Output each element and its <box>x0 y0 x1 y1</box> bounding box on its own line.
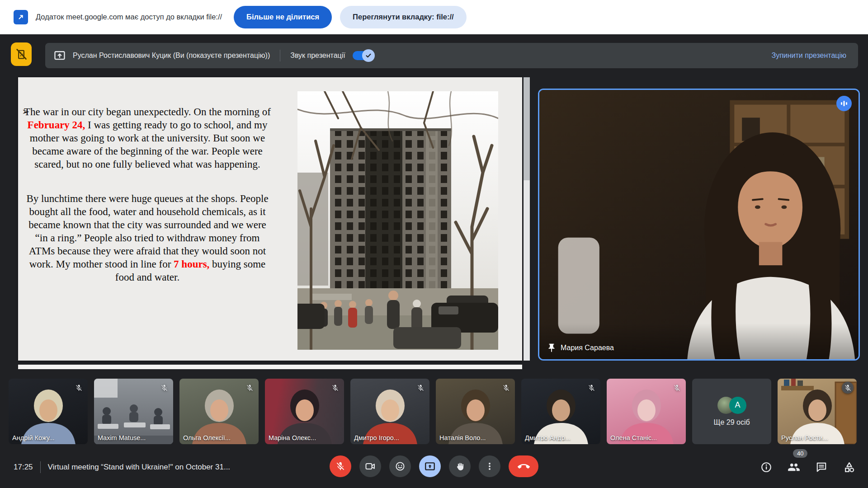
slide-paragraph-2: By lunchtime there were huge queues at t… <box>24 192 271 284</box>
participant-name: Дмитро Ігоро... <box>354 434 418 441</box>
participant-name: Дмитро Андр... <box>525 434 589 441</box>
participant-tile[interactable]: Руслан Рости... <box>778 379 857 444</box>
chat-button[interactable] <box>815 461 828 474</box>
meeting-title: Virtual meeting “Stand with Ukraine!" on… <box>48 463 231 472</box>
mic-off-icon <box>329 382 341 394</box>
mic-off-icon <box>671 382 683 394</box>
raise-hand-button[interactable] <box>449 455 471 477</box>
pin-icon <box>547 343 557 353</box>
participant-tile[interactable]: Дмитро Ігоро... <box>350 379 429 444</box>
chat-icon <box>816 461 827 473</box>
mic-off-icon <box>73 382 85 394</box>
reactions-button[interactable] <box>389 455 411 477</box>
present-screen-icon <box>53 49 66 62</box>
avatar: A <box>729 397 746 414</box>
mic-off-icon <box>415 382 426 394</box>
mic-off-icon <box>335 461 345 471</box>
mic-off-icon <box>842 382 854 394</box>
hand-icon <box>455 461 465 472</box>
view-tab-button[interactable]: Переглянути вкладку: file:// <box>340 6 467 28</box>
participant-tile[interactable]: Ольга Олексії... <box>179 379 259 444</box>
chrome-share-infobar: Додаток meet.google.com має доступ до вк… <box>0 0 868 34</box>
participant-tile[interactable]: Маріна Олекс... <box>265 379 344 444</box>
audio-level-indicator <box>836 96 852 111</box>
divider <box>40 461 41 473</box>
slide-highlight-date: February 24, <box>28 119 85 131</box>
avatar-stack: A <box>717 397 746 414</box>
overflow-participants-tile[interactable]: A Ще 29 осіб <box>692 379 771 444</box>
mic-off-icon <box>244 382 255 394</box>
camera-icon <box>365 461 376 472</box>
meeting-panels: 40 <box>760 455 855 480</box>
slide-text: The war in our city began unexpectedly. … <box>24 105 271 284</box>
presentation-slide[interactable]: ➢ The war in our city began unexpectedly… <box>18 77 522 361</box>
clock: 17:25 <box>14 463 33 472</box>
next-slide-preview <box>18 365 522 369</box>
participant-tile[interactable]: Maxim Matuse... <box>94 379 173 444</box>
participant-name: Олена Станіс... <box>610 434 674 441</box>
present-screen-icon <box>424 460 436 472</box>
bottom-control-bar: 17:25 Virtual meeting “Stand with Ukrain… <box>0 452 868 488</box>
participants-button[interactable]: 40 <box>788 461 800 474</box>
emoji-icon <box>395 461 406 472</box>
share-message: Додаток meet.google.com має доступ до вк… <box>36 13 222 21</box>
main-participant-name: Мария Сараева <box>561 344 614 352</box>
participant-tile[interactable]: Наталія Воло... <box>436 379 515 444</box>
leave-call-button[interactable] <box>509 455 538 477</box>
divider <box>280 50 280 61</box>
info-icon <box>760 461 772 473</box>
pinned-name-row: Мария Сараева <box>547 343 614 353</box>
more-options-button[interactable] <box>479 455 500 477</box>
main-video-tile[interactable]: Мария Сараева <box>538 89 860 361</box>
toggle-knob <box>362 49 375 62</box>
warning-badge[interactable] <box>11 42 32 66</box>
activities-button[interactable] <box>843 461 855 474</box>
google-meet-window: Додаток meet.google.com має доступ до вк… <box>0 0 868 488</box>
camera-button[interactable] <box>359 455 381 477</box>
meeting-info: 17:25 Virtual meeting “Stand with Ukrain… <box>14 455 230 480</box>
sound-bars-icon <box>840 99 849 108</box>
scrollbar-thumb[interactable] <box>524 77 530 180</box>
mic-mute-button[interactable] <box>330 455 351 477</box>
participant-name: Ольга Олексії... <box>183 434 247 441</box>
mic-off-icon <box>158 382 170 394</box>
slide-paragraph-1: The war in our city began unexpectedly. … <box>24 105 271 171</box>
participants-count-badge: 40 <box>793 449 807 458</box>
mic-off-icon <box>500 382 512 394</box>
people-icon <box>788 461 800 474</box>
call-end-icon <box>518 460 530 473</box>
presentation-audio-label: Звук презентації <box>290 52 345 60</box>
present-button[interactable] <box>419 455 441 477</box>
participant-name: Руслан Рости... <box>781 434 845 441</box>
slide-scrollbar[interactable] <box>524 77 530 361</box>
participant-name: Maxim Matuse... <box>98 434 161 441</box>
screen-share-icon <box>14 10 28 24</box>
mic-off-icon <box>585 382 597 394</box>
activities-shapes-icon <box>843 461 855 474</box>
participant-name: Маріна Олекс... <box>269 434 332 441</box>
check-icon <box>365 52 372 59</box>
slide-highlight-hours: 7 hours, <box>174 258 209 270</box>
meeting-details-button[interactable] <box>760 461 773 474</box>
participant-name: Андрій Кожу... <box>12 434 76 441</box>
participant-tile[interactable]: Дмитро Андр... <box>521 379 600 444</box>
participant-tile[interactable]: Андрій Кожу... <box>9 379 88 444</box>
presentation-audio-toggle[interactable] <box>353 51 373 60</box>
building-off-icon <box>15 48 28 61</box>
more-vert-icon <box>485 461 495 471</box>
slide-photo-destroyed-building <box>297 91 498 350</box>
presenter-name: Руслан Ростиславович Куцик (Ви (показуєт… <box>73 52 270 60</box>
participant-tile[interactable]: Олена Станіс... <box>607 379 686 444</box>
participant-filmstrip: Андрій Кожу... Maxim Matuse... <box>9 379 857 444</box>
participant-video <box>539 90 859 359</box>
call-controls <box>330 455 538 477</box>
more-participants-label: Ще 29 осіб <box>713 418 750 427</box>
presentation-header-bar: Руслан Ростиславович Куцик (Ви (показуєт… <box>45 43 858 68</box>
participant-name: Наталія Воло... <box>439 434 503 441</box>
stop-presentation-button[interactable]: Зупинити презентацію <box>771 52 846 60</box>
meeting-surface: Руслан Ростиславович Куцик (Ви (показуєт… <box>0 34 868 488</box>
stop-sharing-button[interactable]: Більше не ділитися <box>234 6 332 28</box>
